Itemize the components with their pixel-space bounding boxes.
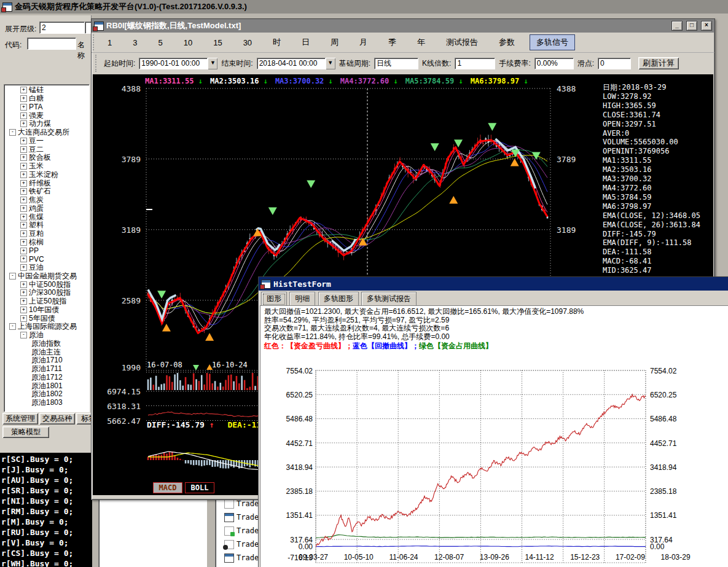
trade-item-label: Trader bbox=[237, 513, 259, 522]
toolbar-button-30[interactable]: 30 bbox=[237, 36, 258, 49]
trade-list-item[interactable]: Trader bbox=[216, 510, 259, 524]
expand-icon[interactable]: + bbox=[20, 222, 27, 229]
k-mult-input[interactable] bbox=[455, 58, 495, 69]
tree-item-PVC[interactable]: +PVC bbox=[4, 255, 89, 264]
expand-icon[interactable]: + bbox=[20, 315, 27, 322]
start-time-combo[interactable]: ▼ bbox=[139, 58, 217, 69]
toolbar-button-测试报告[interactable]: 测试报告 bbox=[440, 35, 484, 50]
y-axis-label-left: 3189 bbox=[105, 225, 141, 235]
tree-item-锰硅[interactable]: +锰硅 bbox=[4, 86, 89, 95]
expand-icon[interactable]: + bbox=[20, 188, 27, 195]
trade-list-item[interactable]: Trader bbox=[216, 538, 259, 551]
start-time-dropdown-icon[interactable]: ▼ bbox=[208, 58, 217, 69]
tab-strategy-model[interactable]: 策略模型 bbox=[2, 426, 49, 438]
hist-window-title-bar[interactable]: HistTestForm bbox=[259, 277, 728, 291]
collapse-icon[interactable]: - bbox=[9, 129, 16, 136]
end-time-input[interactable] bbox=[257, 58, 326, 69]
symbol-tree[interactable]: +锰硅+白糖+PTA+强麦+动力煤-大连商品交易所+豆一+豆二+胶合板+玉米+玉… bbox=[4, 84, 90, 412]
expand-icon[interactable]: + bbox=[20, 146, 27, 153]
tree-item-PTA[interactable]: +PTA bbox=[4, 103, 89, 112]
trade-list-item[interactable]: Trader bbox=[216, 524, 259, 538]
expand-icon[interactable]: + bbox=[20, 289, 27, 296]
toolbar-button-10[interactable]: 10 bbox=[178, 36, 198, 49]
expand-icon[interactable]: + bbox=[20, 138, 27, 144]
expand-icon[interactable]: + bbox=[20, 197, 27, 203]
expand-icon[interactable]: + bbox=[20, 154, 27, 161]
expand-icon[interactable]: + bbox=[20, 298, 27, 305]
trade-list-item[interactable]: Trader bbox=[216, 551, 259, 565]
expand-icon[interactable]: + bbox=[20, 163, 27, 170]
toolbar-button-周[interactable]: 周 bbox=[324, 35, 345, 50]
tree-item-胶合板[interactable]: +胶合板 bbox=[4, 154, 89, 162]
toolbar-button-3[interactable]: 3 bbox=[127, 36, 143, 49]
slippage-input[interactable] bbox=[598, 58, 631, 69]
collapse-icon[interactable]: - bbox=[9, 273, 16, 280]
toolbar-button-时[interactable]: 时 bbox=[267, 35, 287, 50]
tab-multi-report[interactable]: 多轨测试报告 bbox=[361, 292, 417, 305]
end-time-combo[interactable]: ▼ bbox=[257, 58, 335, 69]
tree-item-鸡蛋[interactable]: +鸡蛋 bbox=[4, 205, 89, 213]
expand-icon[interactable]: + bbox=[20, 120, 27, 127]
boll-indicator-button[interactable]: BOLL bbox=[185, 482, 214, 493]
toolbar-button-年[interactable]: 年 bbox=[411, 35, 431, 50]
tree-item-白糖[interactable]: +白糖 bbox=[4, 95, 89, 103]
tree-item-原油1803[interactable]: 原油1803 bbox=[4, 399, 89, 407]
code-input[interactable] bbox=[27, 37, 76, 50]
expand-icon[interactable]: + bbox=[20, 104, 27, 111]
trade-list[interactable]: TraderTraderTraderTraderTrader bbox=[215, 496, 259, 567]
chart-window-title-bar[interactable]: RB0I[螺纹钢指数,日线,TestModel.txt] _ □ × bbox=[92, 19, 714, 33]
expand-level-input[interactable] bbox=[39, 22, 85, 34]
start-time-input[interactable] bbox=[139, 58, 208, 69]
tab-multi-graph[interactable]: 多轨图形 bbox=[318, 292, 359, 305]
tree-item-塑料[interactable]: +塑料 bbox=[4, 221, 89, 230]
expand-icon[interactable]: + bbox=[20, 171, 27, 178]
tab-graph[interactable]: 图形 bbox=[261, 292, 287, 307]
info-line: MA3:3700.32 bbox=[603, 174, 700, 184]
tree-item-棕榈[interactable]: +棕榈 bbox=[4, 238, 89, 247]
base-period-input[interactable] bbox=[374, 58, 418, 69]
expand-icon[interactable]: + bbox=[20, 95, 27, 102]
expand-icon[interactable]: + bbox=[20, 307, 27, 313]
expand-icon[interactable]: + bbox=[20, 230, 27, 237]
toolbar-button-日[interactable]: 日 bbox=[296, 35, 316, 50]
tab-system-manage[interactable]: 系统管理 bbox=[2, 413, 38, 424]
macd-indicator-button[interactable]: MACD bbox=[153, 482, 182, 493]
expand-icon[interactable]: + bbox=[20, 87, 27, 93]
tree-item-铁矿石[interactable]: +铁矿石 bbox=[4, 187, 89, 196]
expand-icon[interactable]: + bbox=[20, 214, 27, 221]
tree-item-焦炭[interactable]: +焦炭 bbox=[4, 196, 89, 205]
main-title-bar[interactable]: 金码天锐期货程序化策略开发平台(V1.0)-(Test.20171206.V.0… bbox=[0, 0, 728, 14]
expand-icon[interactable]: + bbox=[20, 239, 27, 246]
end-time-dropdown-icon[interactable]: ▼ bbox=[326, 58, 335, 69]
tree-item-焦煤[interactable]: +焦煤 bbox=[4, 213, 89, 221]
tree-item-上海国际能源交易[interactable]: -上海国际能源交易 bbox=[4, 323, 89, 331]
expand-icon[interactable]: + bbox=[20, 264, 27, 271]
diff-arrow-icon: ↑ bbox=[209, 420, 214, 429]
toolbar-button-月[interactable]: 月 bbox=[353, 35, 374, 50]
toolbar-button-季[interactable]: 季 bbox=[382, 35, 402, 50]
tree-item-豆粕[interactable]: +豆粕 bbox=[4, 230, 89, 238]
expand-icon[interactable]: + bbox=[20, 248, 27, 254]
expand-icon[interactable]: + bbox=[20, 180, 27, 187]
refresh-button[interactable]: 刷新计算 bbox=[638, 57, 679, 69]
toolbar-button-参数[interactable]: 参数 bbox=[493, 35, 521, 50]
toolbar-button-1[interactable]: 1 bbox=[101, 36, 118, 49]
close-icon[interactable]: × bbox=[701, 21, 712, 31]
tab-detail[interactable]: 明细 bbox=[289, 292, 315, 305]
toolbar-button-15[interactable]: 15 bbox=[207, 36, 228, 49]
collapse-icon[interactable]: - bbox=[20, 332, 27, 338]
tree-item-豆一[interactable]: +豆一 bbox=[4, 137, 89, 146]
tab-trade-symbols[interactable]: 交易品种 bbox=[39, 413, 75, 424]
toolbar-button-多轨信号[interactable]: 多轨信号 bbox=[530, 34, 575, 50]
expand-icon[interactable]: + bbox=[20, 112, 27, 119]
expand-icon[interactable]: + bbox=[20, 281, 27, 288]
maximize-icon[interactable]: □ bbox=[686, 21, 697, 31]
minimize-icon[interactable]: _ bbox=[671, 21, 683, 31]
fee-input[interactable] bbox=[534, 58, 574, 69]
expand-icon[interactable]: + bbox=[20, 205, 27, 212]
toolbar-button-5[interactable]: 5 bbox=[152, 36, 168, 49]
tree-item-大连商品交易所[interactable]: -大连商品交易所 bbox=[4, 128, 89, 137]
expand-icon[interactable]: + bbox=[20, 256, 27, 262]
tree-item-PP[interactable]: +PP bbox=[4, 246, 89, 255]
collapse-icon[interactable]: - bbox=[9, 323, 16, 330]
